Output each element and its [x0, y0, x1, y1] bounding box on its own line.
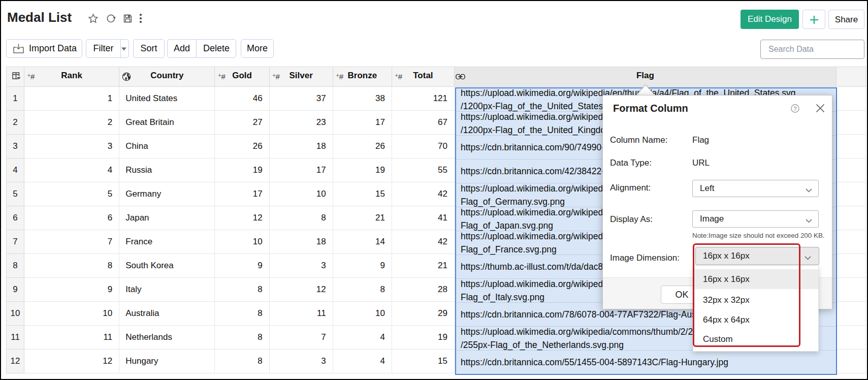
svg-text:?: ? [793, 106, 796, 112]
